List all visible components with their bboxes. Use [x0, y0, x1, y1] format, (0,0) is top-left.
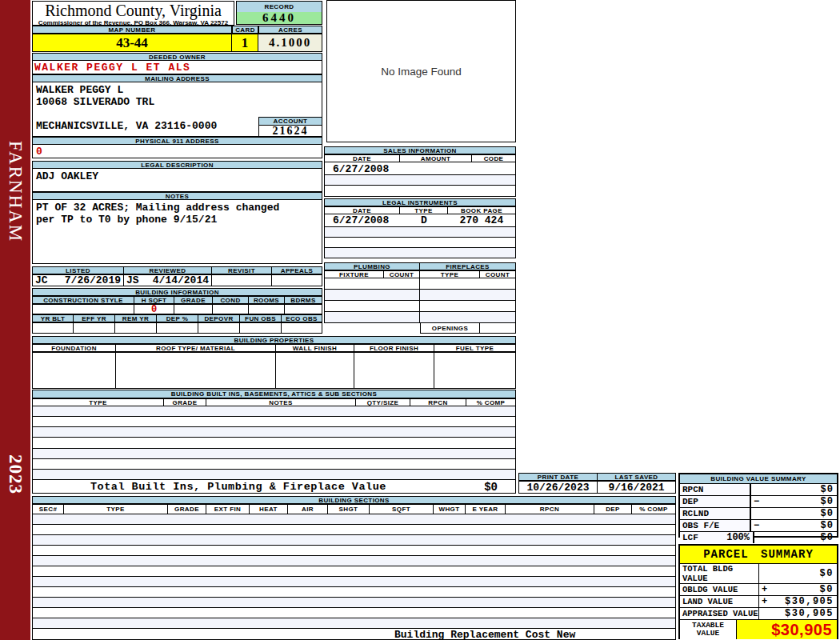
- sidebar: FARNHAM 2023: [0, 0, 30, 640]
- bvs-dep-op: −: [751, 496, 765, 507]
- appeals-cell: [272, 274, 322, 286]
- instr-type-header: TYPE: [400, 206, 448, 214]
- building-properties-cells: [32, 352, 516, 389]
- foundation-cell: [32, 352, 116, 389]
- taxable-value: $30,905: [771, 621, 832, 639]
- hsqft-number: 0: [151, 304, 157, 314]
- instruments-row-4: [324, 248, 516, 258]
- bs-rpcn-header: RPCN: [506, 504, 594, 514]
- bs-air-header: AIR: [288, 504, 328, 514]
- effyr-header: EFF YR: [74, 314, 115, 322]
- parcel-land-value: $30,905: [771, 596, 837, 607]
- building-properties-header: BUILDING PROPERTIES: [32, 336, 516, 344]
- plumbing-col-headers: FIXTURE COUNT TYPE COUNT: [324, 270, 516, 278]
- print-date-header: PRINT DATE: [518, 473, 598, 481]
- parcel-obldg-value: $0: [771, 584, 837, 595]
- bvs-rpcn-label: RPCN: [680, 484, 751, 495]
- building-information-header: BUILDING INFORMATION: [32, 288, 322, 296]
- hsqft-header: H SQFT: [134, 296, 174, 304]
- bs-comp-header: % COMP: [632, 504, 676, 514]
- roof-cell: [116, 352, 276, 389]
- fuel-type-header: FUEL TYPE: [434, 344, 516, 352]
- last-saved-value: 9/16/2021: [608, 482, 664, 494]
- building-info-values-1: 0: [32, 304, 322, 314]
- ecoobs-value: [282, 322, 322, 334]
- sales-row-3: [324, 186, 516, 197]
- parcel-obldg-op: +: [759, 584, 771, 595]
- grade-value: [174, 304, 213, 314]
- cond-value: [213, 304, 249, 314]
- print-date-cell: 10/26/2023: [518, 481, 598, 494]
- notes-line-1: PT OF 32 ACRES; Mailing address changed: [36, 202, 279, 214]
- grade-header: GRADE: [174, 296, 213, 304]
- print-date-value: 10/26/2023: [526, 482, 589, 494]
- parcel-summary: PARCEL SUMMARY TOTAL BLDG VALUE $0 OBLDG…: [678, 544, 838, 639]
- taxable-value-cell: $30,905: [737, 620, 837, 639]
- bs-whgt-header: WHGT: [434, 504, 466, 514]
- parcel-appraised-value: $30,905: [771, 608, 837, 619]
- map-number-value: 43-44: [32, 34, 232, 52]
- instruments-row-1: 6/27/2008 D 270 424: [324, 214, 516, 227]
- card-value: 1: [232, 34, 258, 52]
- last-saved-cell: 9/16/2021: [598, 481, 676, 494]
- building-sections-col-headers: SEC# TYPE GRADE EXT FIN HEAT AIR SHGT SQ…: [32, 504, 676, 514]
- built-ins-total-label: Total Built Ins, Plumbing & Fireplace Va…: [90, 481, 386, 493]
- yrblt-header: YR BLT: [32, 314, 74, 322]
- ecoobs-header: ECO OBS: [282, 314, 322, 322]
- mailing-address-header: MAILING ADDRESS: [32, 74, 322, 82]
- openings-value: [480, 323, 516, 334]
- funobs-header: FUN OBS: [240, 314, 282, 322]
- building-sections-header: BUILDING SECTIONS: [32, 496, 676, 504]
- parcel-appraised-label: APPRAISED VALUE: [680, 608, 759, 619]
- instr-type-value: D: [400, 214, 447, 226]
- notes-box: PT OF 32 ACRES; Mailing address changed …: [32, 200, 322, 264]
- fireplace-count-header: COUNT: [480, 270, 516, 278]
- built-ins-total-row: Total Built Ins, Plumbing & Fireplace Va…: [32, 480, 516, 494]
- mailing-line-1: WALKER PEGGY L: [36, 84, 123, 96]
- sales-date-header: DATE: [324, 154, 400, 162]
- construction-style-value: [32, 304, 134, 314]
- replacement-cost-note: Building Replacement Cost New: [394, 629, 575, 640]
- bs-dep-header: DEP: [594, 504, 632, 514]
- deeded-owner-header: DEEDED OWNER: [32, 53, 322, 61]
- bvs-lcf-op: [754, 532, 768, 543]
- building-info-values-2: [32, 322, 322, 334]
- mailing-line-3: MECHANICSVILLE, VA 23116-0000: [36, 120, 217, 132]
- bi-rpcn-header: RPCN: [410, 398, 466, 406]
- depovr-value: [198, 322, 240, 334]
- bs-shgt-header: SHGT: [328, 504, 370, 514]
- listed-date: 7/26/2019: [65, 274, 121, 286]
- sales-amount-header: AMOUNT: [400, 154, 472, 162]
- remyr-value: [115, 322, 157, 334]
- bvs-title: BUILDING VALUE SUMMARY: [680, 474, 837, 484]
- instr-bookpage-value: 270 424: [448, 214, 515, 226]
- building-sections-footer-row: Building Replacement Cost New: [32, 629, 676, 640]
- parcel-summary-title: PARCEL SUMMARY: [680, 546, 837, 564]
- fireplace-type-header: TYPE: [420, 270, 480, 278]
- cond-header: COND: [213, 296, 249, 304]
- bvs-dep-label: DEP: [680, 496, 751, 507]
- bs-type-header: TYPE: [64, 504, 168, 514]
- hsqft-value: 0: [134, 304, 174, 314]
- bdrms-header: BDRMS: [285, 296, 322, 304]
- bs-heat-header: HEAT: [250, 504, 288, 514]
- wall-finish-header: WALL FINISH: [276, 344, 354, 352]
- taxable-row: TAXABLE VALUE $30,905: [680, 620, 837, 639]
- sales-row-2: [324, 175, 516, 186]
- record-value: 6440: [236, 12, 322, 25]
- notes-header: NOTES: [32, 192, 322, 200]
- bi-qty-header: QTY/SIZE: [356, 398, 410, 406]
- foundation-header: FOUNDATION: [32, 344, 116, 352]
- floor-finish-cell: [354, 352, 434, 389]
- parcel-totalbldg-op: [759, 564, 771, 583]
- bs-grade-header: GRADE: [168, 504, 206, 514]
- wall-finish-cell: [276, 352, 354, 389]
- built-ins-col-headers: TYPE GRADE NOTES QTY/SIZE RPCN % COMP: [32, 398, 516, 406]
- bs-sqft-header: SQFT: [370, 504, 434, 514]
- fixture-header: FIXTURE: [324, 270, 384, 278]
- parcel-totalbldg-label: TOTAL BLDG VALUE: [680, 564, 759, 583]
- building-info-headers-2: YR BLT EFF YR REM YR DEP % DEPOVR FUN OB…: [32, 314, 322, 322]
- construction-style-header: CONSTRUCTION STYLE: [32, 296, 134, 304]
- rooms-header: ROOMS: [249, 296, 285, 304]
- acres-header: ACRES: [258, 26, 322, 34]
